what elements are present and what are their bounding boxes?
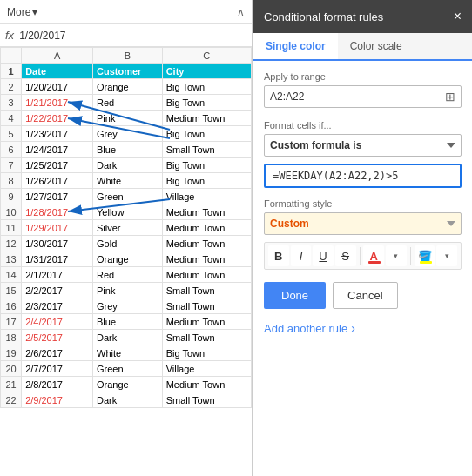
cell-date[interactable]: 1/26/2017 (22, 173, 93, 189)
row-number: 17 (1, 314, 22, 330)
cell-city[interactable]: Big Town (162, 158, 251, 173)
cell-customer[interactable]: White (93, 345, 163, 361)
row-number: 21 (1, 377, 22, 392)
cell-city[interactable]: Small Town (162, 330, 251, 345)
underline-button[interactable]: U (313, 245, 334, 266)
cell-date[interactable]: 2/9/2017 (22, 392, 93, 408)
cell-customer[interactable]: Orange (93, 377, 163, 392)
cell-customer[interactable]: White (93, 173, 163, 189)
cell-date[interactable]: 1/30/2017 (22, 236, 93, 251)
cell-city[interactable]: Small Town (162, 392, 251, 408)
cell-customer[interactable]: Dark (93, 330, 163, 345)
cell-customer[interactable]: Silver (93, 220, 163, 236)
italic-button[interactable]: I (291, 245, 312, 266)
fx-icon: fx (5, 29, 14, 42)
cell-date[interactable]: 1/25/2017 (22, 158, 93, 173)
panel-title: Conditional format rules (264, 10, 383, 23)
cell-date[interactable]: 2/4/2017 (22, 314, 93, 330)
cell-date[interactable]: 1/27/2017 (22, 189, 93, 204)
cell-city[interactable]: Small Town (162, 298, 251, 314)
col-header-c: C (162, 48, 251, 64)
cell-customer[interactable]: Pink (93, 111, 163, 126)
cell-date[interactable]: 2/7/2017 (22, 361, 93, 377)
cell-customer[interactable]: Green (93, 189, 163, 204)
collapse-icon[interactable]: ∧ (237, 6, 245, 18)
formatting-style-label: Formatting style (264, 198, 462, 209)
cell-date[interactable]: 1/21/2017 (22, 95, 93, 111)
cell-date[interactable]: 1/28/2017 (22, 204, 93, 220)
cell-date[interactable]: 2/6/2017 (22, 345, 93, 361)
row-number: 2 (1, 79, 22, 95)
cancel-button[interactable]: Cancel (333, 282, 397, 309)
cell-customer[interactable]: Blue (93, 142, 163, 158)
cell-customer[interactable]: Yellow (93, 204, 163, 220)
cell-city[interactable]: Medium Town (162, 204, 251, 220)
cell-customer[interactable]: Pink (93, 283, 163, 298)
close-button[interactable]: × (454, 9, 462, 24)
done-button[interactable]: Done (264, 282, 326, 309)
custom-style-select[interactable]: Custom (264, 212, 462, 235)
cell-date[interactable]: Date (22, 64, 93, 79)
cell-date[interactable]: 2/2/2017 (22, 283, 93, 298)
table-row: 222/9/2017DarkSmall Town (1, 392, 252, 408)
cell-city[interactable]: Medium Town (162, 251, 251, 267)
cell-city[interactable]: Big Town (162, 95, 251, 111)
more-button[interactable]: More ▾ (7, 6, 37, 18)
cell-customer[interactable]: Dark (93, 392, 163, 408)
tab-single-color[interactable]: Single color (253, 33, 338, 61)
cell-date[interactable]: 2/8/2017 (22, 377, 93, 392)
cell-city[interactable]: Small Town (162, 283, 251, 298)
text-color-button[interactable]: A (363, 245, 384, 266)
cell-customer[interactable]: Grey (93, 298, 163, 314)
cell-city[interactable]: Big Town (162, 173, 251, 189)
cell-city[interactable]: Big Town (162, 345, 251, 361)
add-rule-button[interactable]: Add another rule › (264, 321, 462, 335)
cell-city[interactable]: Medium Town (162, 236, 251, 251)
condition-select[interactable]: Custom formula is (264, 134, 462, 157)
cell-customer[interactable]: Orange (93, 79, 163, 95)
cell-city[interactable]: Medium Town (162, 267, 251, 283)
text-color-bar (368, 261, 381, 264)
cell-customer[interactable]: Grey (93, 126, 163, 142)
grid-select-icon[interactable]: ⊞ (445, 90, 455, 104)
fill-color-button[interactable]: 🪣 (415, 245, 435, 266)
cell-date[interactable]: 1/31/2017 (22, 251, 93, 267)
cell-city[interactable]: Big Town (162, 126, 251, 142)
cell-date[interactable]: 1/22/2017 (22, 111, 93, 126)
cell-customer[interactable]: Red (93, 95, 163, 111)
cell-date[interactable]: 2/3/2017 (22, 298, 93, 314)
table-row: 192/6/2017WhiteBig Town (1, 345, 252, 361)
cell-date[interactable]: 1/29/2017 (22, 220, 93, 236)
formula-bar: fx 1/20/2017 (0, 24, 252, 47)
cell-customer[interactable]: Customer (93, 64, 163, 79)
cell-customer[interactable]: Gold (93, 236, 163, 251)
cell-date[interactable]: 2/1/2017 (22, 267, 93, 283)
bold-button[interactable]: B (268, 245, 289, 266)
cell-date[interactable]: 2/5/2017 (22, 330, 93, 345)
cell-city[interactable]: Medium Town (162, 314, 251, 330)
cell-customer[interactable]: Blue (93, 314, 163, 330)
cell-customer[interactable]: Red (93, 267, 163, 283)
cell-customer[interactable]: Dark (93, 158, 163, 173)
cell-date[interactable]: 1/20/2017 (22, 79, 93, 95)
cell-city[interactable]: Big Town (162, 79, 251, 95)
cell-city[interactable]: Medium Town (162, 377, 251, 392)
table-row: 101/28/2017YellowMedium Town (1, 204, 252, 220)
cell-city[interactable]: City (162, 64, 251, 79)
text-color-chevron[interactable]: ▾ (386, 245, 407, 266)
row-number: 10 (1, 204, 22, 220)
cell-city[interactable]: Small Town (162, 142, 251, 158)
strikethrough-button[interactable]: S (335, 245, 356, 266)
cell-city[interactable]: Village (162, 361, 251, 377)
tab-color-scale[interactable]: Color scale (338, 33, 415, 61)
cell-city[interactable]: Medium Town (162, 111, 251, 126)
cell-city[interactable]: Medium Town (162, 220, 251, 236)
cell-customer[interactable]: Orange (93, 251, 163, 267)
panel-body: Apply to range ⊞ Format cells if... Cust… (253, 61, 472, 476)
cell-date[interactable]: 1/24/2017 (22, 142, 93, 158)
cell-city[interactable]: Village (162, 189, 251, 204)
cell-date[interactable]: 1/23/2017 (22, 126, 93, 142)
fill-color-chevron[interactable]: ▾ (436, 245, 457, 266)
cell-customer[interactable]: Green (93, 361, 163, 377)
range-input[interactable] (270, 91, 445, 103)
